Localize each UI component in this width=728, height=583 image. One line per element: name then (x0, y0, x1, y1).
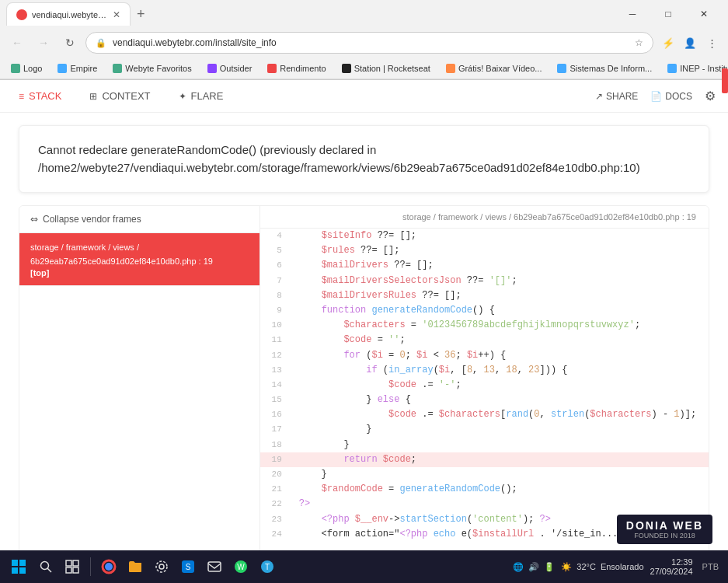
taskbar-search[interactable] (34, 555, 57, 578)
table-row: 6 $mailDrivers ??= []; (260, 258, 709, 273)
line-number: 12 (260, 348, 293, 363)
file-explorer-icon (127, 559, 143, 574)
code-line: ?> (293, 497, 709, 511)
table-row: 13 if (in_array($i, [8, 13, 18, 23])) { (260, 363, 709, 378)
taskbar-telegram[interactable]: T (256, 555, 279, 578)
nav-right: ↗ SHARE 📄 DOCS ⚙ (595, 89, 716, 103)
svg-rect-16 (208, 562, 221, 571)
inep-favicon (667, 64, 677, 73)
table-row: 7 $mailDriversSelectorsJson ??= '[]'; (260, 274, 709, 288)
table-row: 16 $code .= $characters[rand(0, strlen($… (260, 407, 709, 422)
bookmark-inep[interactable]: INEP - Instituto Naci... (663, 62, 728, 75)
new-tab-button[interactable]: + (131, 6, 152, 23)
line-number: 8 (260, 288, 293, 303)
taskbar-separator (90, 557, 91, 576)
context-icon: ⊞ (89, 91, 97, 102)
svg-rect-3 (19, 567, 26, 574)
error-box: Cannot redeclare generateRandomCode() (p… (19, 125, 709, 193)
line-number: 7 (260, 274, 293, 288)
network-icon: 🌐 (513, 562, 524, 572)
taskbar-settings[interactable] (150, 555, 173, 578)
taskbar-weather: ☀️ 32°C Ensolarado (561, 562, 643, 572)
code-line: $siteInfo ??= []; (293, 229, 709, 243)
weather-icon: ☀️ (561, 562, 572, 572)
share-button[interactable]: ↗ SHARE (595, 91, 638, 102)
sistemas-favicon (557, 64, 566, 73)
mail-icon (207, 559, 222, 574)
nav-flare[interactable]: ✦ FLARE (172, 87, 230, 105)
svg-text:T: T (265, 563, 270, 571)
reload-button[interactable]: ↻ (59, 32, 81, 54)
taskbar-mail[interactable] (203, 555, 226, 578)
line-number: 18 (260, 438, 293, 452)
line-number: 17 (260, 422, 293, 437)
line-number: 15 (260, 393, 293, 407)
bookmark-label: Webyte Favoritos (125, 64, 191, 73)
collapse-vendor-button[interactable]: ⇔ Collapse vendor frames (19, 206, 260, 233)
close-button[interactable]: ✕ (686, 2, 722, 26)
line-number: 13 (260, 363, 293, 378)
extensions-icon[interactable]: ⚡ (658, 33, 678, 53)
maximize-button[interactable]: □ (650, 2, 686, 26)
svg-point-12 (159, 564, 164, 569)
profile-icon[interactable]: 👤 (680, 33, 700, 53)
date-label: 27/09/2024 (650, 567, 693, 576)
store-icon: S (180, 559, 196, 574)
bookmark-logo[interactable]: Logo (6, 62, 47, 75)
star-icon[interactable]: ☆ (635, 37, 643, 48)
back-button[interactable]: ← (6, 32, 28, 54)
settings-icon[interactable]: ⚙ (705, 89, 716, 103)
code-line: $mailDrivers ??= []; (293, 258, 709, 273)
table-row: 20 } (260, 467, 709, 482)
bookmark-empire[interactable]: Empire (53, 62, 102, 75)
nav-stack[interactable]: ≡ STACK (12, 87, 68, 105)
bookmark-station[interactable]: Station | Rocketseat (337, 62, 435, 75)
taskbar-store[interactable]: S (176, 555, 200, 578)
tab-close-button[interactable]: ✕ (113, 9, 120, 20)
start-button[interactable] (6, 554, 31, 579)
code-line: function generateRandomCode() { (293, 303, 709, 318)
table-row: 4 $siteInfo ??= []; (260, 229, 709, 243)
taskbar-task-view[interactable] (61, 555, 84, 578)
taskbar-system-tray: 🌐 🔊 🔋 (513, 562, 555, 572)
line-number: 14 (260, 378, 293, 393)
code-area: ⇔ Collapse vendor frames storage / frame… (19, 205, 709, 554)
bookmark-gratis[interactable]: Grátis! Baixar Vídeo... (441, 62, 547, 75)
stack-frame-active[interactable]: storage / framework / views /6b29eab7a67… (19, 233, 260, 286)
forward-button[interactable]: → (33, 32, 54, 54)
logo-favicon (11, 64, 20, 73)
taskbar-explorer[interactable] (124, 555, 147, 578)
svg-point-13 (156, 561, 167, 572)
accent-bar (722, 68, 728, 93)
telegram-icon: T (260, 559, 275, 574)
code-line: $randomCode = generateRandomCode(); (293, 482, 709, 497)
bookmark-label: INEP - Instituto Naci... (680, 64, 728, 73)
bookmark-sistemas[interactable]: Sistemas De Inform... (552, 62, 657, 75)
station-favicon (342, 64, 351, 73)
line-number: 21 (260, 482, 293, 497)
bookmark-label: Rendimento (280, 64, 326, 73)
bookmark-webyte[interactable]: Webyte Favoritos (108, 62, 196, 75)
menu-icon[interactable]: ⋮ (702, 33, 722, 53)
table-row: 10 $characters = '0123456789abcdefghijkl… (260, 318, 709, 333)
minimize-button[interactable]: ─ (615, 2, 650, 26)
taskbar-chrome[interactable] (97, 555, 120, 578)
app-content: ≡ STACK ⊞ CONTEXT ✦ FLARE ↗ SHARE 📄 DOCS… (0, 80, 728, 554)
nav-context[interactable]: ⊞ CONTEXT (83, 87, 156, 105)
bookmark-rendimento[interactable]: Rendimento (263, 62, 330, 75)
address-bar-row: ← → ↻ 🔒 vendiaqui.webytebr.com/install/s… (0, 28, 728, 58)
notification-area[interactable]: PTB (699, 562, 722, 571)
docs-button[interactable]: 📄 DOCS (650, 91, 692, 102)
bookmark-outsider[interactable]: Outsider (203, 62, 257, 75)
svg-rect-7 (73, 560, 78, 566)
collapse-icon: ⇔ (30, 214, 38, 225)
address-bar[interactable]: 🔒 vendiaqui.webytebr.com/install/site_in… (85, 32, 653, 54)
active-tab[interactable]: vendiaqui.webytebr.com/install/site_info… (6, 2, 131, 26)
code-panel: storage / framework / views / 6b29eab7a6… (260, 206, 709, 553)
bookmark-label: Grátis! Baixar Vídeo... (458, 64, 542, 73)
url-text: vendiaqui.webytebr.com/install/site_info (113, 37, 629, 48)
svg-rect-2 (12, 567, 18, 574)
taskbar-whatsapp[interactable]: W (229, 555, 253, 578)
watermark-subtitle: FOUNDED IN 2018 (626, 532, 703, 539)
nav-flare-label: FLARE (191, 90, 224, 102)
